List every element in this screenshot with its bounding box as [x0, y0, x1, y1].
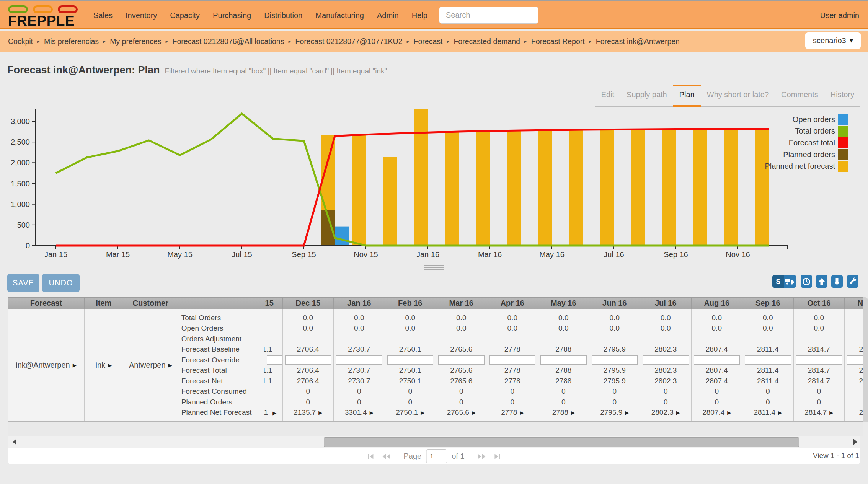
cell-forecast-total-Sep16[interactable]: 2811.4 — [742, 365, 793, 376]
cell-orders-adjustment-Oct16[interactable] — [794, 334, 845, 344]
truck-icon[interactable] — [784, 275, 796, 288]
cell-open-orders-Feb16[interactable]: 0.0 — [385, 323, 436, 334]
key-cell-item[interactable]: ink▶ — [85, 309, 123, 421]
cell-total-orders-Sep16[interactable]: 0.0 — [742, 313, 793, 323]
column-header[interactable]: Oct 16 — [794, 298, 845, 309]
column-header[interactable]: Apr 16 — [487, 298, 538, 309]
cell-total-orders-Apr16[interactable]: 0.0 — [487, 313, 538, 323]
drilldown-icon[interactable]: ▶ — [571, 410, 575, 416]
cell-open-orders-Jan16[interactable]: 0.0 — [334, 323, 385, 334]
cell-planned-orders-Oct16[interactable]: 0 — [794, 397, 845, 407]
cell-forecast-baseline-Jun16[interactable]: 2795.9 — [589, 344, 640, 355]
cell-forecast-total-May16[interactable]: 2788 — [538, 365, 589, 376]
key-cell-customer[interactable]: Antwerpen▶ — [123, 309, 178, 421]
cell-orders-adjustment-Dec15[interactable] — [283, 334, 334, 344]
forecast-override-input[interactable] — [387, 355, 434, 365]
forecast-override-input[interactable] — [540, 355, 587, 365]
cell-forecast-baseline-May16[interactable]: 2788 — [538, 344, 589, 355]
cell-planned-orders-Apr16[interactable]: 0 — [487, 397, 538, 407]
cell-forecast-net-Feb16[interactable]: 2750.1 — [385, 376, 436, 386]
scroll-right-icon[interactable] — [853, 439, 857, 445]
cell-forecast-baseline-Feb16[interactable]: 2750.1 — [385, 344, 436, 355]
column-header[interactable]: Nov 16 — [845, 298, 863, 309]
forecast-override-input[interactable] — [267, 355, 282, 365]
forecast-override-input[interactable] — [438, 355, 485, 365]
drilldown-icon[interactable]: ▶ — [676, 410, 680, 416]
arrow-up-icon[interactable] — [816, 275, 827, 288]
cell-planned-net-forecast-Jun16[interactable]: 2795.9 ▶ — [589, 407, 640, 418]
cell-forecast-total-Mar16[interactable]: 2765.6 — [436, 365, 487, 376]
column-header[interactable]: Jun 16 — [589, 298, 641, 309]
cell-forecast-net-Mar16[interactable]: 2765.6 — [436, 376, 487, 386]
cell-planned-net-forecast-Sep16[interactable]: 2811.4 ▶ — [742, 407, 793, 418]
cell-open-orders-Oct16[interactable]: 0.0 — [794, 323, 845, 334]
cell-forecast-total-Jul16[interactable]: 2802.3 — [640, 365, 691, 376]
forecast-override-input[interactable] — [694, 355, 740, 365]
cell-forecast-total-Feb16[interactable]: 2750.1 — [385, 365, 436, 376]
cell-total-orders-Feb16[interactable]: 0.0 — [385, 313, 436, 323]
cell-orders-adjustment-Apr16[interactable] — [487, 334, 538, 344]
cell-open-orders-Jun16[interactable]: 0.0 — [589, 323, 640, 334]
drilldown-icon[interactable]: ▶ — [318, 410, 322, 416]
cell-forecast-total-Oct16[interactable]: 2814.7 — [794, 365, 845, 376]
cell-total-orders-Mar16[interactable]: 0.0 — [436, 313, 487, 323]
forecast-override-input[interactable] — [489, 355, 536, 365]
cell-orders-adjustment-Aug16[interactable] — [692, 334, 742, 344]
cell-forecast-net-Aug16[interactable]: 2807.4 — [692, 376, 742, 386]
cell-open-orders-May16[interactable]: 0.0 — [538, 323, 589, 334]
cell-forecast-consumed-Oct16[interactable]: 0 — [794, 386, 845, 397]
forecast-override-input[interactable] — [336, 355, 382, 365]
cell-orders-adjustment-May16[interactable] — [538, 334, 589, 344]
cell-forecast-consumed-May16[interactable]: 0 — [538, 386, 589, 397]
cell-planned-net-forecast-Feb16[interactable]: 2750.1 ▶ — [385, 407, 436, 418]
forecast-override-input[interactable] — [592, 355, 638, 365]
cell-total-orders-Jun16[interactable]: 0.0 — [589, 313, 640, 323]
cell-open-orders-Sep16[interactable]: 0.0 — [742, 323, 793, 334]
cell-forecast-baseline-Aug16[interactable]: 2807.4 — [692, 344, 742, 355]
cell-forecast-net-Apr16[interactable]: 2778 — [487, 376, 538, 386]
cell-forecast-consumed-Jun16[interactable]: 0 — [589, 386, 640, 397]
column-header[interactable]: Sep 16 — [742, 298, 794, 309]
column-header[interactable]: Nov 15 — [264, 298, 283, 309]
drilldown-icon[interactable]: ▶ — [727, 410, 731, 416]
cell-forecast-consumed-Aug16[interactable]: 0 — [692, 386, 742, 397]
cell-total-orders-May16[interactable]: 0.0 — [538, 313, 589, 323]
cell-forecast-net-Jul16[interactable]: 2802.3 — [640, 376, 691, 386]
cell-forecast-baseline-Dec15[interactable]: 2706.4 — [283, 344, 334, 355]
cell-orders-adjustment-Feb16[interactable] — [385, 334, 436, 344]
drilldown-icon[interactable]: ▶ — [421, 410, 424, 416]
cell-forecast-net-Dec15[interactable]: 2706.4 — [283, 376, 334, 386]
cell-forecast-net-Jan16[interactable]: 2730.7 — [334, 376, 385, 386]
drilldown-icon[interactable]: ▶ — [829, 410, 833, 416]
column-header[interactable]: Forecast — [8, 298, 85, 309]
cell-forecast-baseline-Mar16[interactable]: 2765.6 — [436, 344, 487, 355]
currency-icon[interactable]: $ — [772, 275, 784, 288]
scrollbar-thumb[interactable] — [324, 437, 799, 447]
cell-open-orders-Apr16[interactable]: 0.0 — [487, 323, 538, 334]
cell-orders-adjustment-Jun16[interactable] — [589, 334, 640, 344]
cell-open-orders-Aug16[interactable]: 0.0 — [692, 323, 742, 334]
forecast-override-input[interactable] — [285, 355, 331, 365]
cell-planned-net-forecast-Mar16[interactable]: 2765.6 ▶ — [436, 407, 487, 418]
cell-total-orders-Jan16[interactable]: 0.0 — [334, 313, 385, 323]
key-cell-forecast[interactable]: ink@Antwerpen▶ — [8, 309, 84, 421]
chart-resize-grip[interactable] — [424, 265, 444, 271]
cell-forecast-baseline-Jul16[interactable]: 2802.3 — [640, 344, 691, 355]
arrow-down-icon[interactable] — [831, 275, 843, 288]
forecast-override-input[interactable] — [643, 355, 689, 365]
column-header[interactable] — [178, 298, 264, 309]
wrench-icon[interactable] — [847, 275, 858, 288]
column-header[interactable]: Customer — [123, 298, 178, 309]
cell-planned-net-forecast-Jan16[interactable]: 3301.4 ▶ — [334, 407, 385, 418]
cell-forecast-consumed-Sep16[interactable]: 0 — [742, 386, 793, 397]
cell-forecast-baseline-Apr16[interactable]: 2778 — [487, 344, 538, 355]
cell-planned-net-forecast-Apr16[interactable]: 2778 ▶ — [487, 407, 538, 418]
cell-orders-adjustment-Sep16[interactable] — [742, 334, 793, 344]
scroll-left-icon[interactable] — [13, 439, 16, 445]
cell-forecast-total-Jan16[interactable]: 2730.7 — [334, 365, 385, 376]
cell-planned-orders-Jul16[interactable]: 0 — [640, 397, 691, 407]
cell-orders-adjustment-Jul16[interactable] — [640, 334, 691, 344]
column-header[interactable]: Jan 16 — [334, 298, 385, 309]
column-header[interactable]: Item — [85, 298, 123, 309]
cell-planned-orders-Sep16[interactable]: 0 — [742, 397, 793, 407]
